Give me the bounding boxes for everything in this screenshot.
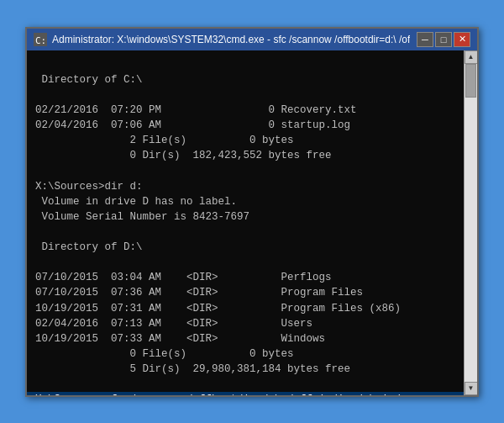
terminal-line: 02/21/2016 07:20 PM 0 Recovery.txt: [35, 104, 357, 116]
close-button[interactable]: ✕: [454, 32, 470, 47]
terminal-line: Directory of C:\: [35, 74, 143, 86]
terminal-line: Volume in drive D has no label.: [35, 196, 237, 208]
terminal-output[interactable]: Directory of C:\ 02/21/2016 07:20 PM 0 R…: [27, 50, 464, 395]
terminal-line: 02/04/2016 07:06 AM 0 startup.log: [35, 119, 350, 131]
terminal-line: X:\Sources>dir d:: [35, 181, 143, 193]
content-area: Directory of C:\ 02/21/2016 07:20 PM 0 R…: [27, 50, 477, 395]
scroll-up-button[interactable]: ▲: [465, 50, 478, 64]
terminal-line: 02/04/2016 07:13 AM <DIR> Users: [35, 318, 312, 330]
terminal-line: 07/10/2015 03:04 AM <DIR> Perflogs: [35, 272, 332, 283]
scroll-track[interactable]: [465, 64, 477, 382]
terminal-line: 07/10/2015 07:36 AM <DIR> Program Files: [35, 287, 363, 299]
scroll-down-button[interactable]: ▼: [465, 382, 478, 395]
scrollbar[interactable]: ▲ ▼: [464, 50, 477, 395]
current-command-line: X:\Sources>sfc /scannow /offbootdir=d:\ …: [27, 392, 464, 394]
terminal-line: Directory of D:\: [35, 241, 143, 253]
scroll-thumb[interactable]: [465, 64, 476, 98]
terminal-line: 0 Dir(s) 182,423,552 bytes free: [35, 150, 332, 161]
cmd-window: C: Administrator: X:\windows\SYSTEM32\cm…: [25, 27, 479, 397]
minimize-button[interactable]: ─: [417, 32, 433, 47]
maximize-button[interactable]: □: [435, 32, 452, 47]
cmd-icon: C:: [34, 33, 47, 46]
terminal-line: 10/19/2015 07:31 AM <DIR> Program Files …: [35, 303, 401, 315]
terminal-line: 5 Dir(s) 29,980,381,184 bytes free: [35, 363, 350, 375]
title-bar: C: Administrator: X:\windows\SYSTEM32\cm…: [27, 29, 477, 50]
terminal-line: Volume Serial Number is 8423-7697: [35, 211, 249, 223]
window-title: Administrator: X:\windows\SYSTEM32\cmd.e…: [52, 34, 410, 45]
terminal-line: 10/19/2015 07:33 AM <DIR> Windows: [35, 333, 325, 345]
terminal-line: 2 File(s) 0 bytes: [35, 135, 294, 146]
terminal-line: 0 File(s) 0 bytes: [35, 348, 294, 360]
window-controls: ─ □ ✕: [417, 32, 470, 47]
svg-text:C:: C:: [35, 35, 46, 46]
